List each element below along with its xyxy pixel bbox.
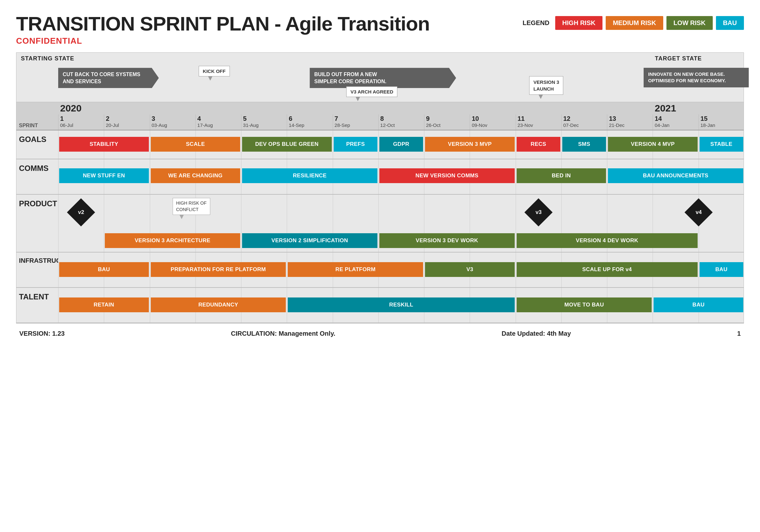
sprint-col-11: 1123-Nov: [516, 114, 561, 130]
diamond-version: v3: [527, 201, 550, 224]
bar-item: WE ARE CHANGING: [151, 168, 240, 183]
legend-block: LEGEND HIGH RISK MEDIUM RISK LOW RISK BA…: [523, 16, 744, 30]
sprint-col-2: 220-Jul: [104, 114, 150, 130]
sprint-col-4: 417-Aug: [196, 114, 241, 130]
bar-item: VERSION 3 MVP: [425, 137, 515, 152]
section-label: GOALS: [17, 130, 58, 159]
high-risk-callout: HIGH RISK OFCONFLICT: [173, 198, 210, 215]
section-label: COMMS: [17, 159, 58, 194]
diamond-version: v4: [688, 201, 710, 224]
legend-bau: BAU: [716, 16, 744, 30]
sprint-col-9: 926-Oct: [424, 114, 470, 130]
bar-item: BED IN: [517, 168, 606, 183]
bar-item: RESKILL: [288, 297, 514, 312]
date-label: Date Updated: 4th May: [501, 330, 571, 337]
bar-item: BAU: [654, 297, 743, 312]
bar-item: PREPARATION FOR RE PLATFORM: [151, 262, 286, 277]
v3-launch-callout: VERSION 3LAUNCH: [529, 76, 563, 95]
sprint-col-13: 1321-Dec: [607, 114, 653, 130]
bar-item: BAU: [59, 262, 149, 277]
confidential-label: CONFIDENTIAL: [16, 36, 430, 46]
bar-item: VERSION 3 ARCHITECTURE: [105, 233, 240, 248]
bar-item: RESILIENCE: [242, 168, 377, 183]
sprint-col-15: 1518-Jan: [698, 114, 744, 130]
bar-item: VERSION 3 DEV WORK: [379, 233, 515, 248]
version-label: VERSION: 1.23: [19, 330, 65, 337]
bar-item: V3: [425, 262, 515, 277]
sprint-col-10: 1009-Nov: [470, 114, 515, 130]
build-out-arrow: BUILD OUT FROM A NEWSIMPLER CORE OPERATI…: [309, 68, 456, 88]
starting-state: STARTING STATE: [21, 55, 74, 62]
sprint-col-7: 728-Sep: [333, 114, 378, 130]
sprint-col-14: 1404-Jan: [653, 114, 698, 130]
state-row: STARTING STATE TARGET STATE: [17, 53, 743, 63]
section-goals: GOALSSTABILITYSCALEDEV OPS BLUE GREENPRE…: [17, 130, 743, 159]
section-content: VERSION 3 ARCHITECTUREVERSION 2 SIMPLIFI…: [58, 195, 743, 252]
bar-item: SCALE UP FOR v4: [517, 262, 698, 277]
target-state: TARGET STATE: [655, 55, 702, 62]
section-content: NEW STUFF ENWE ARE CHANGINGRESILIENCENEW…: [58, 159, 743, 194]
sprint-col-6: 614-Sep: [287, 114, 332, 130]
section-content: RETAINREDUNDANCYRESKILLMOVE TO BAUBAU: [58, 288, 743, 323]
plan-container: STARTING STATE TARGET STATECUT BACK TO C…: [16, 52, 744, 324]
bar-item: NEW STUFF EN: [59, 168, 149, 183]
sprint-col-3: 303-Aug: [150, 114, 196, 130]
bar-item: BAU: [699, 262, 743, 277]
page-footer: VERSION: 1.23 CIRCULATION: Management On…: [16, 330, 744, 337]
bar-item: DEV OPS BLUE GREEN: [242, 137, 332, 152]
diamond-version: v2: [70, 201, 92, 224]
bar-item: SCALE: [151, 137, 240, 152]
bar-item: BAU ANNOUNCEMENTS: [608, 168, 743, 183]
legend-high-risk: HIGH RISK: [555, 16, 602, 30]
bar-item: VERSION 2 SIMPLIFICATION: [242, 233, 377, 248]
sprint-label: SPRINT: [19, 123, 56, 128]
bar-item: REDUNDANCY: [151, 297, 286, 312]
bar-item: RE PLATFORM: [288, 262, 423, 277]
section-label: TALENT: [17, 288, 58, 323]
section-talent: TALENTRETAINREDUNDANCYRESKILLMOVE TO BAU…: [17, 288, 743, 323]
section-label: PRODUCT: [17, 195, 58, 252]
bar-item: STABLE: [699, 137, 743, 152]
innovate-block: INNOVATE ON NEW CORE BASE.OPTIMISED FOR …: [643, 68, 749, 87]
year-2021: 2021: [653, 103, 744, 114]
legend-medium-risk: MEDIUM RISK: [606, 16, 663, 30]
sprint-col-5: 531-Aug: [241, 114, 287, 130]
sprint-col-8: 812-Oct: [378, 114, 424, 130]
section-content: BAUPREPARATION FOR RE PLATFORMRE PLATFOR…: [58, 252, 743, 287]
sprint-col-1: 106-Jul: [58, 114, 104, 130]
sprint-col-12: 1207-Dec: [561, 114, 607, 130]
year-2020: 2020: [58, 103, 653, 114]
legend-label: LEGEND: [523, 19, 549, 27]
bar-item: VERSION 4 DEV WORK: [517, 233, 698, 248]
annotations-row: CUT BACK TO CORE SYSTEMSAND SERVICESKICK…: [17, 63, 743, 102]
section-infrastructure: INFRASTRUCTUREBAUPREPARATION FOR RE PLAT…: [17, 252, 743, 288]
circulation-label: CIRCULATION: Management Only.: [231, 330, 335, 337]
title-block: TRANSITION SPRINT PLAN - Agile Transitio…: [16, 13, 430, 46]
section-product: PRODUCTVERSION 3 ARCHITECTUREVERSION 2 S…: [17, 195, 743, 252]
bar-item: RETAIN: [59, 297, 149, 312]
v3-arch-callout: V3 ARCH AGREED: [346, 86, 397, 97]
section-label: INFRASTRUCTURE: [17, 252, 58, 287]
bar-item: SMS: [562, 137, 606, 152]
page-number: 1: [737, 330, 741, 337]
legend-low-risk: LOW RISK: [666, 16, 713, 30]
section-content: STABILITYSCALEDEV OPS BLUE GREENPREFSGDP…: [58, 130, 743, 159]
page-title: TRANSITION SPRINT PLAN - Agile Transitio…: [16, 13, 430, 35]
cut-back-arrow: CUT BACK TO CORE SYSTEMSAND SERVICES: [58, 68, 159, 88]
bar-item: STABILITY: [59, 137, 149, 152]
bar-item: GDPR: [379, 137, 423, 152]
bar-item: PREFS: [334, 137, 377, 152]
section-comms: COMMSNEW STUFF ENWE ARE CHANGINGRESILIEN…: [17, 159, 743, 195]
bar-item: RECS: [517, 137, 560, 152]
sprint-header: SPRINT20202021106-Jul220-Jul303-Aug417-A…: [17, 102, 743, 130]
bar-item: NEW VERSION COMMS: [379, 168, 515, 183]
kickoff-callout: KICK OFF: [199, 66, 230, 76]
bar-item: VERSION 4 MVP: [608, 137, 698, 152]
page-header: TRANSITION SPRINT PLAN - Agile Transitio…: [16, 13, 744, 46]
bar-item: MOVE TO BAU: [517, 297, 652, 312]
